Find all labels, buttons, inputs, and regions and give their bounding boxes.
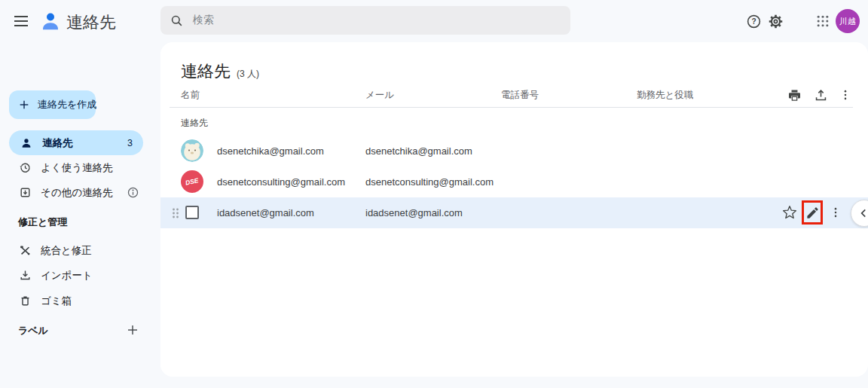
sidebar-item-trash[interactable]: ゴミ箱 [0, 289, 151, 313]
contact-name: dsenetconsulting@gmail.com [217, 176, 345, 188]
help-icon[interactable]: ? [744, 12, 763, 30]
column-header-phone: 電話番号 [501, 89, 539, 102]
contact-row[interactable]: DSE dsenetconsulting@gmail.com dsenetcon… [160, 167, 868, 197]
add-label-button[interactable] [126, 323, 139, 337]
contacts-count-badge: 3 [127, 138, 133, 148]
restore-clock-icon [18, 161, 32, 175]
app-title: 連絡先 [66, 11, 116, 34]
create-contact-label: 連絡先を作成 [38, 98, 96, 112]
contact-name: idadsenet@gmail.com [217, 207, 314, 218]
sidebar-item-merge-fix[interactable]: 統合と修正 [0, 238, 151, 263]
row-checkbox[interactable] [185, 206, 199, 219]
main-menu-icon[interactable] [11, 11, 32, 32]
sidebar-item-frequent-label: よく使う連絡先 [41, 161, 112, 175]
archive-down-icon [18, 186, 32, 200]
table-header: 名前 メール 電話番号 勤務先と役職 [170, 84, 853, 108]
contact-email: dsenetconsulting@gmail.com [365, 176, 494, 188]
account-avatar-label: 川越 [839, 16, 856, 27]
page-title: 連絡先(3 人) [181, 60, 259, 83]
sidebar: 連絡先を作成 連絡先 3 よく使う連絡先 [0, 42, 160, 388]
column-header-email: メール [365, 89, 394, 102]
contact-row-hovered[interactable]: idadsenet@gmail.com idadsenet@gmail.com [160, 197, 868, 228]
column-header-company: 勤務先と役職 [637, 89, 693, 102]
google-contacts-app: 連絡先 検索 ? [0, 0, 868, 388]
download-icon [18, 269, 32, 283]
sidebar-item-merge-fix-label: 統合と修正 [41, 244, 92, 258]
sidebar-item-other-contacts-label: その他の連絡先 [41, 186, 112, 200]
annotation-highlight-box [802, 200, 823, 225]
contact-avatar-bear [181, 139, 203, 162]
contacts-logo-icon [39, 10, 62, 32]
section-header-manage: 修正と管理 [18, 215, 67, 229]
settings-gear-icon[interactable] [766, 12, 784, 30]
plus-icon [18, 99, 30, 111]
search-icon [170, 14, 184, 28]
crossed-tools-icon [18, 244, 32, 258]
edit-contact-button[interactable] [804, 203, 821, 221]
svg-text:?: ? [751, 17, 756, 26]
contact-avatar-dse: DSE [181, 170, 203, 193]
sidebar-item-contacts-label: 連絡先 [42, 136, 73, 150]
export-button[interactable] [811, 86, 830, 104]
search-input[interactable]: 検索 [160, 6, 570, 35]
info-icon[interactable] [126, 185, 139, 199]
star-button[interactable] [781, 203, 799, 221]
contact-email: dsenetchika@gmail.com [365, 145, 472, 157]
sidebar-item-import[interactable]: インポート [0, 263, 151, 288]
sidebar-item-import-label: インポート [41, 269, 93, 283]
sidebar-item-trash-label: ゴミ箱 [41, 295, 72, 308]
contact-name: dsenetchika@gmail.com [217, 145, 324, 157]
group-label-contacts: 連絡先 [181, 117, 208, 130]
create-contact-button[interactable]: 連絡先を作成 [9, 90, 96, 119]
table-more-options-button[interactable] [836, 86, 854, 104]
trash-icon [18, 295, 32, 308]
sidebar-item-contacts[interactable]: 連絡先 3 [9, 130, 143, 155]
account-avatar[interactable]: 川越 [836, 9, 860, 33]
contact-count: (3 人) [237, 69, 259, 79]
person-icon [20, 136, 33, 150]
sidebar-item-frequent[interactable]: よく使う連絡先 [0, 155, 151, 180]
row-more-options-button[interactable] [827, 203, 845, 221]
column-header-name: 名前 [181, 89, 200, 102]
apps-grid-icon[interactable] [814, 12, 832, 30]
drag-handle-icon[interactable] [171, 207, 180, 219]
search-placeholder: 検索 [193, 14, 214, 27]
contact-row[interactable]: dsenetchika@gmail.com dsenetchika@gmail.… [160, 136, 868, 167]
print-button[interactable] [785, 86, 803, 104]
section-header-labels: ラベル [18, 324, 48, 338]
contact-email: idadsenet@gmail.com [365, 207, 463, 218]
top-bar: 連絡先 検索 ? [0, 0, 868, 42]
contacts-main-panel: 連絡先(3 人) 名前 メール 電話番号 勤務先と役職 [160, 42, 868, 377]
